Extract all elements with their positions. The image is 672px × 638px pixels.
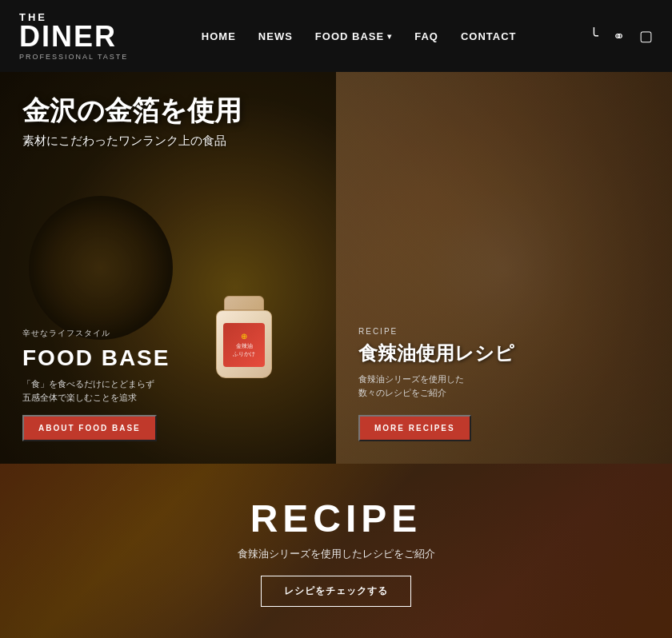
hero-text: 金沢の金箔を使用 素材にこだわったワンランク上の食品 <box>22 94 314 149</box>
nav-food-base[interactable]: FOOD BASE ▾ <box>315 30 392 42</box>
bottom-content: RECIPE 食辣油シリーズを使用したレシピをご紹介 レシピをチェックする <box>238 496 435 607</box>
search-icon[interactable]: ⚭ <box>613 27 625 45</box>
nav-faq[interactable]: FAQ <box>414 30 438 42</box>
nav-home[interactable]: HOME <box>202 30 236 42</box>
site-header: THE DINER PROFESSIONAL TASTE HOME NEWS F… <box>0 0 672 72</box>
header-icons: ╰ ⚭ ▢ <box>590 27 653 45</box>
food-base-desc: 「食」を食べるだけにとどまらず 五感全体で楽しむことを追求 <box>22 377 198 405</box>
food-base-title: FOOD BASE <box>22 345 314 371</box>
left-bottom: 辛せなライフスタイル FOOD BASE 「食」を食べるだけにとどまらず 五感全… <box>22 328 314 441</box>
left-content: 金沢の金箔を使用 素材にこだわったワンランク上の食品 辛せなライフスタイル FO… <box>0 72 336 464</box>
hero-subtitle: 素材にこだわったワンランク上の食品 <box>22 134 314 149</box>
main-grid: ⊕ 金辣油 ふりかけ 金沢の金箔を使用 素材にこだわったワンランク上の食品 辛せ… <box>0 72 672 464</box>
bottom-recipe-title: RECIPE <box>238 496 435 540</box>
site-logo[interactable]: THE DINER PROFESSIONAL TASTE <box>19 12 128 61</box>
nav-contact[interactable]: CONTACT <box>461 30 517 42</box>
bottom-recipe-desc: 食辣油シリーズを使用したレシピをご紹介 <box>238 547 435 561</box>
recipe-title: 食辣油使用レシピ <box>358 341 650 366</box>
category-label: 辛せなライフスタイル <box>22 328 314 339</box>
chevron-down-icon: ▾ <box>387 32 392 41</box>
right-content: RECIPE 食辣油使用レシピ 食辣油シリーズを使用した 数々のレシピをご紹介 … <box>336 72 672 464</box>
user-icon[interactable]: ╰ <box>590 27 598 45</box>
hero-title: 金沢の金箔を使用 <box>22 94 314 127</box>
logo-tagline: PROFESSIONAL TASTE <box>19 54 128 61</box>
more-recipes-button[interactable]: MORE RECIPES <box>358 415 471 441</box>
cart-icon[interactable]: ▢ <box>639 27 653 45</box>
about-food-base-button[interactable]: ABOUT FOOD BASE <box>22 415 157 441</box>
main-nav: HOME NEWS FOOD BASE ▾ FAQ CONTACT <box>202 30 517 42</box>
bottom-recipe-section: RECIPE 食辣油シリーズを使用したレシピをご紹介 レシピをチェックする <box>0 464 672 638</box>
recipe-label: RECIPE <box>358 327 650 336</box>
logo-diner: DINER <box>19 22 128 51</box>
recipe-desc: 食辣油シリーズを使用した 数々のレシピをご紹介 <box>358 373 650 401</box>
check-recipes-button[interactable]: レシピをチェックする <box>261 576 411 607</box>
panel-food-base: ⊕ 金辣油 ふりかけ 金沢の金箔を使用 素材にこだわったワンランク上の食品 辛せ… <box>0 72 336 464</box>
nav-news[interactable]: NEWS <box>258 30 293 42</box>
panel-recipe: RECIPE 食辣油使用レシピ 食辣油シリーズを使用した 数々のレシピをご紹介 … <box>336 72 672 464</box>
